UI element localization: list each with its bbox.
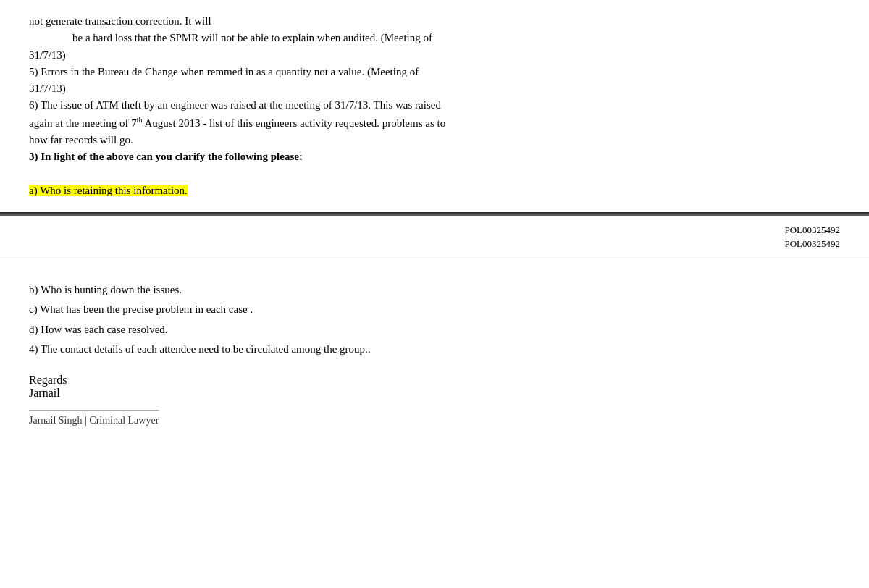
line-5: 31/7/13) — [29, 83, 66, 94]
item-b: b) Who is hunting down the issues. — [29, 281, 840, 300]
regards-name: Jarnail — [29, 387, 840, 400]
regards-label: Regards — [29, 374, 840, 387]
line-6: 6) The issue of ATM theft by an engineer… — [29, 99, 441, 111]
regards-block: Regards Jarnail — [29, 374, 840, 400]
line-4: 5) Errors in the Bureau de Change when r… — [29, 66, 419, 77]
top-section: not generate transaction correction. It … — [0, 0, 869, 214]
line-1: not generate transaction correction. It … — [29, 15, 211, 27]
highlighted-item-a: a) Who is retaining this information. — [29, 185, 188, 196]
line-8: how far records will go. — [29, 134, 133, 146]
signature-divider: Jarnail Singh | Criminal Lawyer — [29, 400, 840, 427]
line-7-part1: again at the meeting of 7 — [29, 117, 137, 129]
line-7-part2: August 2013 - list of this engineers act… — [142, 117, 445, 129]
signature-line: Jarnail Singh | Criminal Lawyer — [29, 410, 159, 427]
reference-block: POL00325492 POL00325492 — [784, 223, 840, 251]
line-2-indent: be a hard loss that the SPMR will not be… — [29, 30, 840, 46]
page-container: not generate transaction correction. It … — [0, 0, 869, 588]
section-heading: 3) In light of the above can you clarify… — [29, 151, 303, 162]
reference-section: POL00325492 POL00325492 — [0, 216, 869, 259]
line-3: 31/7/13) — [29, 49, 66, 61]
bottom-text-block: b) Who is hunting down the issues. c) Wh… — [29, 281, 840, 359]
bottom-section: b) Who is hunting down the issues. c) Wh… — [0, 259, 869, 588]
item-c: c) What has been the precise problem in … — [29, 301, 840, 319]
reference-2: POL00325492 — [784, 237, 840, 251]
reference-1: POL00325492 — [784, 223, 840, 238]
top-text-block: not generate transaction correction. It … — [29, 13, 840, 199]
line-7: again at the meeting of 7th August 2013 … — [29, 117, 445, 129]
item-d: d) How was each case resolved. — [29, 321, 840, 340]
item-4: 4) The contact details of each attendee … — [29, 340, 840, 359]
